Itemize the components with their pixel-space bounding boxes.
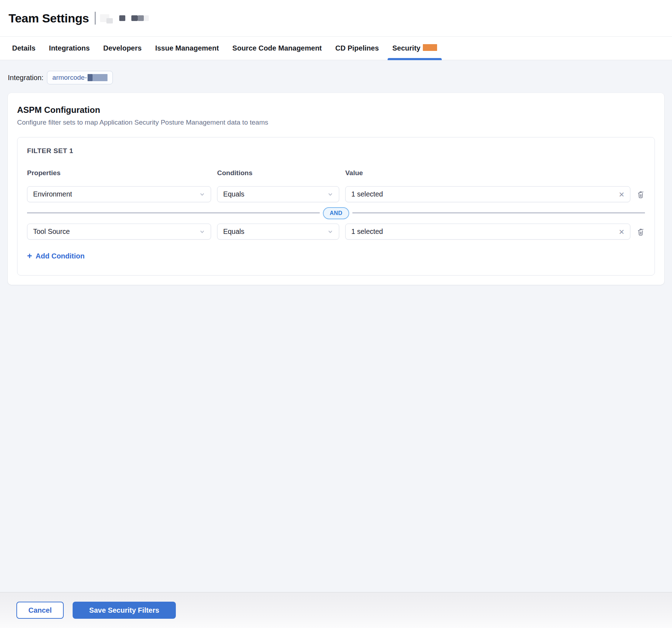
tab-label: Issue Management: [155, 44, 219, 52]
tab-developers[interactable]: Developers: [99, 37, 146, 60]
app-header: Team Settings: [0, 0, 672, 36]
property-select[interactable]: Environment: [27, 186, 211, 202]
redacted-block: [93, 74, 107, 81]
value-multiselect[interactable]: 1 selected ×: [345, 224, 630, 240]
filter-set-title: FILTER SET 1: [27, 147, 645, 155]
clear-selection-icon[interactable]: ×: [618, 190, 625, 199]
save-security-filters-button[interactable]: Save Security Filters: [73, 602, 176, 619]
tab-cd-pipelines[interactable]: CD Pipelines: [331, 37, 383, 60]
column-header-value: Value: [345, 169, 630, 186]
cancel-button[interactable]: Cancel: [16, 602, 64, 619]
footer-action-bar: Cancel Save Security Filters: [0, 592, 672, 628]
chevron-down-icon: [327, 228, 334, 235]
title-separator: [95, 12, 96, 25]
tab-label: Details: [12, 44, 36, 52]
integration-row: Integration: armorcode-: [0, 60, 672, 84]
trash-icon: [636, 227, 645, 236]
value-selected-count: 1 selected: [351, 190, 383, 198]
chevron-down-icon: [199, 191, 206, 198]
condition-select-value: Equals: [223, 190, 245, 198]
title-meta-redacted: [95, 12, 149, 25]
delete-condition-button[interactable]: [636, 227, 645, 236]
redacted-block: [138, 15, 144, 21]
redacted-block: [88, 74, 93, 81]
condition-select[interactable]: Equals: [217, 224, 339, 240]
condition-select-value: Equals: [223, 227, 245, 236]
tab-label: Integrations: [49, 44, 90, 52]
plus-icon: +: [27, 252, 32, 260]
and-operator-pill[interactable]: AND: [323, 207, 349, 219]
chevron-down-icon: [199, 228, 206, 235]
redacted-badge: [423, 44, 437, 51]
column-header-properties: Properties: [27, 169, 211, 186]
redacted-block: [144, 15, 149, 21]
integration-label: Integration:: [8, 74, 43, 82]
chevron-down-icon: [327, 191, 334, 198]
condition-divider: AND: [27, 213, 645, 213]
tab-issue-management[interactable]: Issue Management: [151, 37, 224, 60]
card-subtitle: Configure filter sets to map Application…: [17, 119, 655, 126]
integration-value-prefix: armorcode-: [52, 74, 87, 82]
tab-source-code-management[interactable]: Source Code Management: [228, 37, 326, 60]
tab-details[interactable]: Details: [7, 37, 40, 60]
redacted-block: [119, 15, 125, 21]
card-title: ASPM Configuration: [17, 105, 655, 115]
clear-selection-icon[interactable]: ×: [618, 227, 625, 236]
delete-condition-button[interactable]: [636, 190, 645, 199]
add-condition-button[interactable]: + Add Condition: [27, 252, 85, 260]
tab-label: Source Code Management: [232, 44, 322, 52]
condition-select[interactable]: Equals: [217, 186, 339, 202]
active-tab-indicator: [388, 58, 442, 60]
tab-label: Developers: [103, 44, 142, 52]
filter-set-1: FILTER SET 1 Properties Conditions Value…: [17, 137, 655, 276]
tab-label: CD Pipelines: [335, 44, 379, 52]
add-condition-label: Add Condition: [36, 252, 85, 260]
value-multiselect[interactable]: 1 selected ×: [345, 186, 630, 202]
property-select-value: Environment: [33, 190, 72, 198]
content-area: Integration: armorcode- ASPM Configurati…: [0, 60, 672, 592]
aspm-configuration-card: ASPM Configuration Configure filter sets…: [8, 93, 664, 285]
redacted-block: [131, 15, 138, 21]
property-select[interactable]: Tool Source: [27, 224, 211, 240]
tab-bar: Details Integrations Developers Issue Ma…: [0, 36, 672, 60]
tab-integrations[interactable]: Integrations: [44, 37, 94, 60]
integration-chip[interactable]: armorcode-: [47, 71, 113, 84]
tab-label: Security: [392, 44, 420, 52]
page-title: Team Settings: [9, 11, 89, 25]
column-header-spacer: [636, 173, 645, 182]
property-select-value: Tool Source: [33, 227, 70, 236]
redacted-block: [106, 18, 113, 23]
column-header-conditions: Conditions: [217, 169, 339, 186]
trash-icon: [636, 190, 645, 199]
filter-grid: Properties Conditions Value Environment …: [27, 169, 645, 240]
tab-security[interactable]: Security: [388, 37, 442, 60]
value-selected-count: 1 selected: [351, 227, 383, 236]
